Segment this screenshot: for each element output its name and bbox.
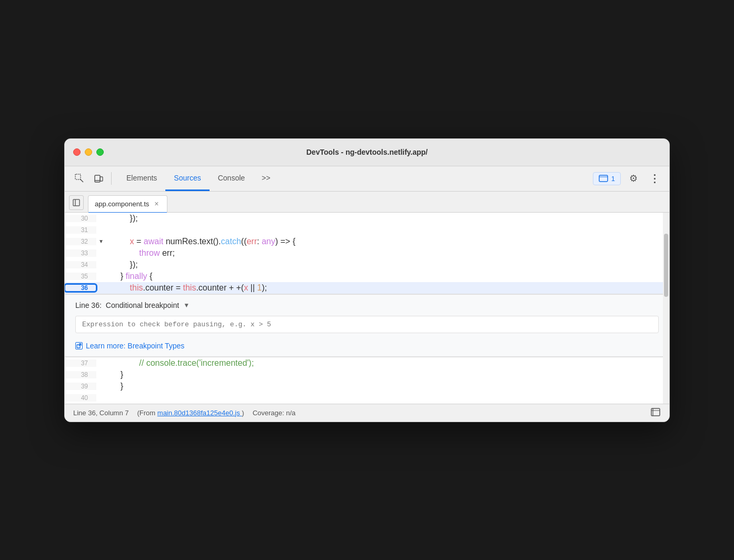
message-badge[interactable]: 1 [593,172,621,185]
svg-rect-0 [75,174,81,179]
code-editor[interactable]: 30 }); 31 32 ▼ x = await numRes.text().c… [65,213,669,404]
toolbar-divider [111,172,112,185]
scrollbar-thumb[interactable] [664,234,668,297]
breakpoint-learn-more-link[interactable]: Learn more: Breakpoint Types [75,342,659,350]
maximize-button[interactable] [96,148,104,156]
code-content-34: }); [107,260,138,269]
breakpoint-panel: Line 36: Conditional breakpoint ▼ [65,294,669,357]
toolbar-tabs: Elements Sources Console >> [118,166,279,191]
line-num-36: 36 [65,284,96,292]
line-num-31: 31 [65,226,96,234]
svg-rect-1 [95,175,100,182]
code-line-33[interactable]: 33 throw err; [65,247,669,259]
code-content-36: this.counter = this.counter + +(x || 1); [107,283,267,293]
window-title: DevTools - ng-devtools.netlify.app/ [306,148,428,156]
device-toggle-button[interactable] [90,170,107,187]
sidebar-toggle-button[interactable] [69,195,84,210]
file-tab-close[interactable]: × [152,199,161,208]
code-line-38[interactable]: 38 } [65,369,669,381]
coverage-label: Coverage: n/a [253,409,296,417]
line-num-37: 37 [65,359,96,367]
code-content-33: throw err; [107,248,175,258]
code-section-bottom: 37 // console.trace('incremented'); 38 }… [65,357,669,404]
file-tab-name: app.component.ts [95,200,149,208]
code-content-38: } [107,370,123,379]
svg-rect-4 [599,175,608,182]
line-num-39: 39 [65,383,96,390]
breakpoint-type-label: Conditional breakpoint [106,301,179,309]
breakpoint-expression-input[interactable] [75,316,659,333]
line-num-40: 40 [65,394,96,402]
main-content: 30 }); 31 32 ▼ x = await numRes.text().c… [65,213,669,404]
code-line-32[interactable]: 32 ▼ x = await numRes.text().catch((err:… [65,236,669,247]
tab-sources[interactable]: Sources [165,166,209,191]
code-content-37: // console.trace('incremented'); [107,358,254,368]
dropdown-arrow-icon[interactable]: ▼ [183,302,190,309]
code-content-39: } [107,382,123,391]
svg-rect-5 [73,199,80,206]
tab-more[interactable]: >> [253,166,279,191]
code-content-40 [107,393,113,403]
code-line-40[interactable]: 40 [65,392,669,404]
file-tabs: app.component.ts × [65,192,669,213]
line-num-30: 30 [65,215,96,222]
line-arrow-32: ▼ [96,238,107,244]
line-num-32: 32 [65,238,96,245]
code-content-32: x = await numRes.text().catch((err: any)… [107,237,295,246]
breakpoint-line-label: Line 36: [75,301,102,309]
minimize-button[interactable] [85,148,92,156]
code-line-39[interactable]: 39 } [65,381,669,392]
settings-button[interactable]: ⚙ [625,170,642,187]
line-num-33: 33 [65,249,96,257]
code-line-37[interactable]: 37 // console.trace('incremented'); [65,357,669,369]
line-num-38: 38 [65,371,96,378]
code-section-top: 30 }); 31 32 ▼ x = await numRes.text().c… [65,213,669,294]
line-num-35: 35 [65,273,96,280]
devtools-toolbar: Elements Sources Console >> 1 ⚙ [65,166,669,192]
traffic-lights [73,148,104,156]
title-bar: DevTools - ng-devtools.netlify.app/ [65,139,669,166]
breakpoint-header: Line 36: Conditional breakpoint ▼ [75,301,659,309]
code-line-35[interactable]: 35 } finally { [65,271,669,282]
scrollbar[interactable] [663,213,669,404]
more-options-button[interactable]: ⋮ [646,170,663,187]
toolbar-right: 1 ⚙ ⋮ [593,170,663,187]
code-content-35: } finally { [107,272,152,281]
status-bar: Line 36, Column 7 (From main.80d1368fa12… [65,404,669,422]
code-line-34[interactable]: 34 }); [65,259,669,271]
status-from-label: (From main.80d1368fa125e4e0.js ) [137,409,244,417]
tab-console[interactable]: Console [210,166,253,191]
code-line-36[interactable]: 36 this.counter = this.counter + +(x || … [65,282,669,294]
inspect-element-button[interactable] [71,170,88,187]
code-content-31 [107,225,113,235]
breakpoint-link-text: Learn more: Breakpoint Types [86,342,184,350]
devtools-window: DevTools - ng-devtools.netlify.app/ Elem… [64,138,670,422]
external-link-icon [75,342,83,349]
tab-elements[interactable]: Elements [118,166,165,191]
message-icon [599,175,608,182]
status-bar-icon [650,407,661,419]
breakpoint-link-area: Learn more: Breakpoint Types [75,342,659,350]
code-content-30: }); [107,214,138,223]
code-line-31[interactable]: 31 [65,224,669,236]
close-button[interactable] [73,148,81,156]
line-num-34: 34 [65,261,96,268]
source-file-link[interactable]: main.80d1368fa125e4e0.js [157,409,242,417]
cursor-position: Line 36, Column 7 [73,409,129,417]
code-line-30[interactable]: 30 }); [65,213,669,224]
file-tab-app-component[interactable]: app.component.ts × [88,195,167,212]
